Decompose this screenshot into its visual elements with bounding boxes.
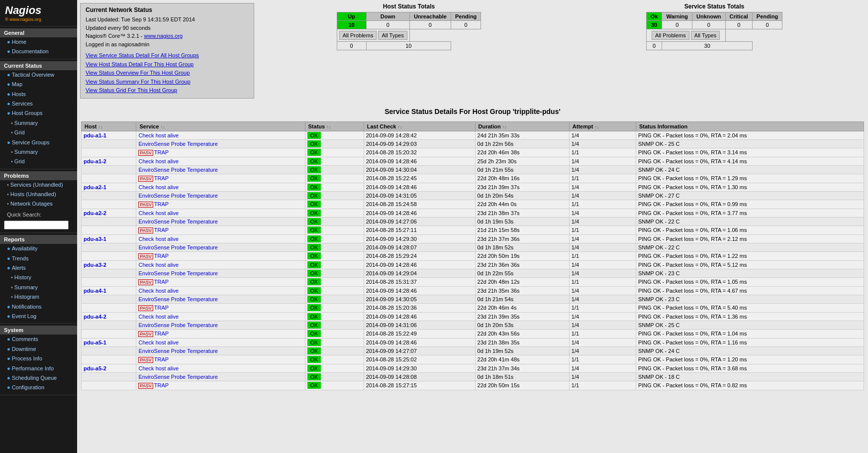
service-link[interactable]: EnviroSense Probe Temperature <box>138 219 217 225</box>
host-all-types-btn[interactable]: All Types <box>378 31 407 40</box>
svc-col-warning[interactable]: Warning <box>662 12 692 21</box>
host-col-up[interactable]: Up <box>337 12 366 21</box>
sidebar-item-service-groups-grid[interactable]: •Grid <box>0 157 77 166</box>
svc-all-problems-btn[interactable]: All Problems <box>652 31 689 40</box>
sidebar-section-header-system[interactable]: System <box>0 326 77 335</box>
th-status-info[interactable]: Status Information <box>636 121 864 131</box>
service-link[interactable]: Check host alive <box>138 210 179 216</box>
service-link[interactable]: TRAP <box>154 227 169 233</box>
th-host[interactable]: Host ↑↓ <box>82 121 136 131</box>
service-link[interactable]: Check host alive <box>138 288 179 294</box>
host-link[interactable]: pdu-a4-2 <box>84 314 106 320</box>
service-link[interactable]: EnviroSense Probe Temperature <box>138 374 217 380</box>
sidebar-section-header-general[interactable]: General <box>0 28 77 37</box>
service-link[interactable]: EnviroSense Probe Temperature <box>138 244 217 250</box>
sidebar-item-hosts-unhandled[interactable]: •Hosts (Unhandled) <box>0 190 77 199</box>
service-link[interactable]: EnviroSense Probe Temperature <box>138 167 217 173</box>
service-link[interactable]: EnviroSense Probe Temperature <box>138 193 217 199</box>
link-status-summary[interactable]: View Status Summary For This Host Group <box>86 78 249 87</box>
host-link[interactable]: pdu-a3-1 <box>84 236 106 242</box>
sidebar-item-event-log[interactable]: ●Event Log <box>0 312 77 321</box>
sidebar-item-service-groups[interactable]: ●Service Groups <box>0 138 77 147</box>
service-link[interactable]: EnviroSense Probe Temperature <box>138 322 217 328</box>
sidebar-item-tactical-overview[interactable]: ●Tactical Overview <box>0 70 77 80</box>
host-val-unreachable[interactable]: 0 <box>409 21 451 29</box>
th-duration[interactable]: Duration ↑↓ <box>475 121 569 131</box>
sidebar-item-alerts-history[interactable]: •History <box>0 273 77 282</box>
service-link[interactable]: Check host alive <box>138 262 179 268</box>
link-host-status-detail[interactable]: View Host Status Detail For This Host Gr… <box>86 60 249 69</box>
svc-val-ok[interactable]: 30 <box>646 21 662 29</box>
service-link[interactable]: TRAP <box>154 356 169 362</box>
service-link[interactable]: TRAP <box>154 149 169 155</box>
sidebar-item-host-groups-summary[interactable]: •Summary <box>0 118 77 128</box>
service-link[interactable]: TRAP <box>154 305 169 311</box>
service-link[interactable]: EnviroSense Probe Temperature <box>138 270 217 276</box>
service-link[interactable]: Check host alive <box>138 314 179 320</box>
svc-val-pending[interactable]: 0 <box>752 21 782 29</box>
th-attempt[interactable]: Attempt ↑↓ <box>569 121 636 131</box>
host-link[interactable]: pdu-a2-1 <box>84 184 106 190</box>
sidebar-item-process-info[interactable]: ●Process Info <box>0 354 77 363</box>
sidebar-item-configuration[interactable]: ●Configuration <box>0 383 77 392</box>
host-all-problems-btn[interactable]: All Problems <box>339 31 377 40</box>
service-link[interactable]: Check host alive <box>138 132 179 138</box>
sidebar-item-services-unhandled[interactable]: •Services (Unhandled) <box>0 180 77 190</box>
sidebar-item-host-groups-grid[interactable]: •Grid <box>0 128 77 137</box>
svc-val-critical[interactable]: 0 <box>725 21 752 29</box>
sidebar-item-performance-info[interactable]: ●Performance Info <box>0 364 77 373</box>
svc-problems-count[interactable]: 0 <box>646 42 662 50</box>
service-link[interactable]: TRAP <box>154 253 169 259</box>
host-link[interactable]: pdu-a5-1 <box>84 340 106 345</box>
service-link[interactable]: TRAP <box>154 175 169 181</box>
host-problems-count[interactable]: 0 <box>337 42 366 50</box>
service-link[interactable]: Check host alive <box>138 158 179 164</box>
svc-col-ok[interactable]: Ok <box>646 12 662 21</box>
service-link[interactable]: EnviroSense Probe Temperature <box>138 296 217 302</box>
service-link[interactable]: Check host alive <box>138 365 179 371</box>
host-link[interactable]: pdu-a2-2 <box>84 210 106 216</box>
sidebar-item-alerts[interactable]: ●Alerts <box>0 263 77 273</box>
sidebar-item-alerts-summary[interactable]: •Summary <box>0 283 77 292</box>
sidebar-section-header-problems[interactable]: Problems <box>0 171 77 180</box>
host-link[interactable]: pdu-a1-1 <box>84 132 106 138</box>
sidebar-item-comments[interactable]: ●Comments <box>0 335 77 344</box>
service-link[interactable]: Check host alive <box>138 340 179 345</box>
sidebar-item-home[interactable]: ●Home <box>0 37 77 47</box>
host-link[interactable]: pdu-a5-2 <box>84 365 106 371</box>
th-status[interactable]: Status ↑↓ <box>305 121 364 131</box>
service-link[interactable]: EnviroSense Probe Temperature <box>138 348 217 354</box>
service-link[interactable]: Check host alive <box>138 236 179 242</box>
svc-val-warning[interactable]: 0 <box>662 21 692 29</box>
sidebar-item-host-groups[interactable]: ●Host Groups <box>0 109 77 118</box>
sidebar-item-notifications[interactable]: ●Notifications <box>0 302 77 312</box>
sidebar-item-trends[interactable]: ●Trends <box>0 254 77 263</box>
svc-col-unknown[interactable]: Unknown <box>692 12 726 21</box>
host-all-count[interactable]: 10 <box>366 42 451 50</box>
host-link[interactable]: pdu-a1-2 <box>84 158 106 164</box>
sidebar-item-network-outages[interactable]: •Network Outages <box>0 199 77 209</box>
link-status-grid[interactable]: View Status Grid For This Host Group <box>86 86 249 95</box>
service-link[interactable]: EnviroSense Probe Temperature <box>138 141 217 147</box>
host-col-unreachable[interactable]: Unreachable <box>409 12 451 21</box>
quick-search-input[interactable] <box>4 221 69 229</box>
host-col-pending[interactable]: Pending <box>451 12 481 21</box>
svc-col-pending[interactable]: Pending <box>752 12 782 21</box>
service-link[interactable]: TRAP <box>154 331 169 337</box>
svc-col-critical[interactable]: Critical <box>725 12 752 21</box>
service-link[interactable]: TRAP <box>154 279 169 285</box>
host-col-down[interactable]: Down <box>366 12 409 21</box>
sidebar-item-alerts-histogram[interactable]: •Histogram <box>0 292 77 302</box>
sidebar-item-services[interactable]: ●Services <box>0 99 77 109</box>
sidebar-item-hosts[interactable]: ●Hosts <box>0 90 77 99</box>
link-service-status-all[interactable]: View Service Status Detail For All Host … <box>86 51 249 60</box>
svc-all-types-btn[interactable]: All Types <box>691 31 720 40</box>
sidebar-item-service-groups-summary[interactable]: •Summary <box>0 147 77 157</box>
sidebar-section-header-reports[interactable]: Reports <box>0 235 77 244</box>
host-val-pending[interactable]: 0 <box>451 21 481 29</box>
sidebar-item-documentation[interactable]: ●Documentation <box>0 47 77 56</box>
host-link[interactable]: pdu-a3-2 <box>84 262 106 268</box>
sidebar-item-scheduling-queue[interactable]: ●Scheduling Queue <box>0 373 77 383</box>
service-link[interactable]: Check host alive <box>138 184 179 190</box>
main-scroll[interactable]: Host ↑↓ Service ↑↓ Status ↑↓ Last Check … <box>81 119 864 390</box>
